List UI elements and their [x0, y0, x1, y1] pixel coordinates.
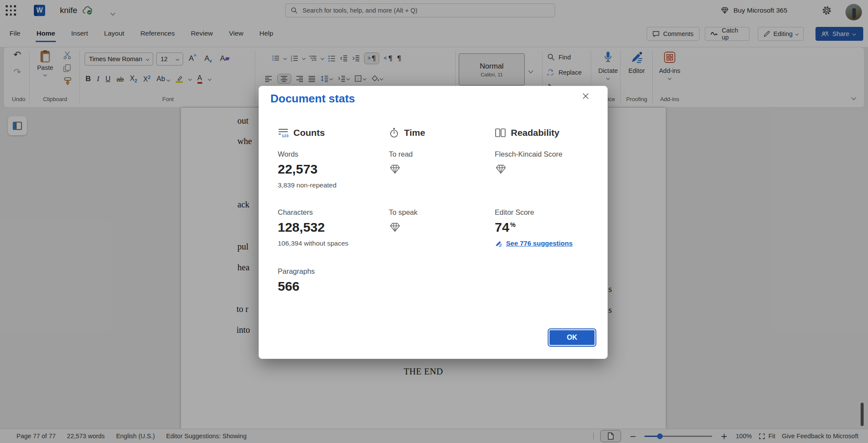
to-speak-label: To speak	[389, 208, 418, 217]
characters-label: Characters	[278, 208, 313, 217]
flesch-kincaid-label: Flesch-Kincaid Score	[495, 150, 562, 158]
words-value: 22,573	[278, 161, 318, 177]
characters-value: 128,532	[278, 220, 325, 235]
see-suggestions-link[interactable]: See 776 suggestions	[495, 240, 572, 247]
readability-column: Readability Flesch-Kincaid Score Editor …	[495, 86, 604, 359]
open-book-icon	[495, 128, 506, 138]
document-stats-dialog: Document stats 123 Counts Words 22,573 3…	[259, 86, 608, 359]
stopwatch-icon	[389, 128, 399, 138]
editor-pen-icon	[495, 240, 503, 247]
premium-diamond-icon	[389, 221, 401, 233]
time-heading: Time	[404, 128, 425, 138]
characters-subtext: 106,394 without spaces	[278, 240, 349, 247]
counts-column: 123 Counts Words 22,573 3,839 non-repeat…	[278, 86, 387, 359]
counts-icon: 123	[278, 128, 289, 138]
premium-diamond-icon	[495, 163, 507, 175]
ok-button[interactable]: OK	[549, 329, 595, 346]
editor-score-label: Editor Score	[495, 208, 534, 217]
word-online-app: W knife Buy Microsoft 365	[0, 0, 868, 443]
counts-heading: Counts	[293, 128, 325, 138]
time-column: Time To read To speak	[389, 86, 498, 359]
premium-diamond-icon	[389, 163, 401, 175]
editor-score-value: 74%	[495, 220, 516, 237]
paragraphs-value: 566	[278, 279, 299, 294]
words-subtext: 3,839 non-repeated	[278, 181, 336, 189]
svg-text:123: 123	[282, 133, 289, 138]
paragraphs-label: Paragraphs	[278, 267, 315, 276]
to-read-label: To read	[389, 150, 413, 158]
readability-heading: Readability	[511, 128, 559, 138]
words-label: Words	[278, 150, 298, 158]
